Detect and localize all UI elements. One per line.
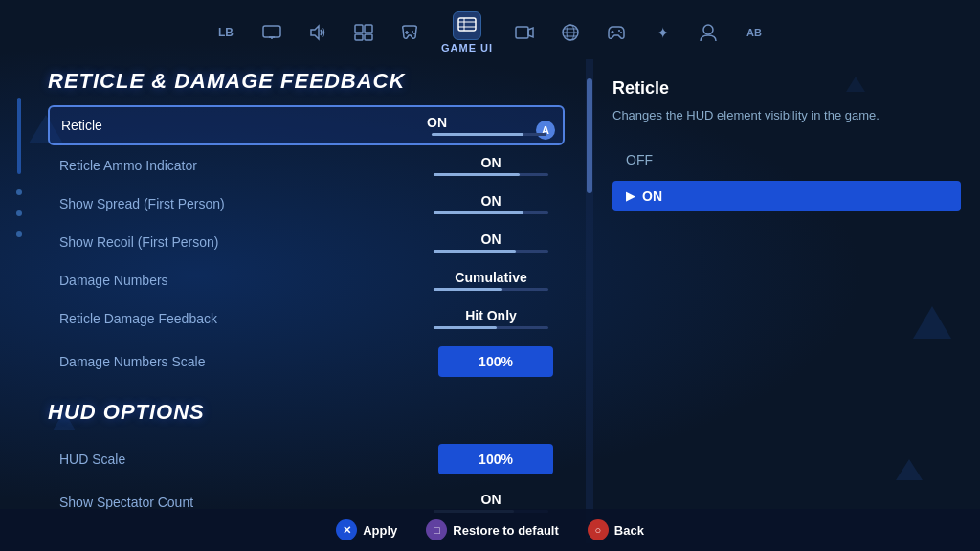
nav-icon-display[interactable] [257, 18, 286, 47]
nav-icon-account[interactable] [694, 18, 723, 47]
svg-rect-5 [365, 25, 372, 33]
nav-icon-gamepad2[interactable] [602, 18, 631, 47]
setting-value-damage-feedback: Hit Only [429, 308, 553, 329]
restore-action[interactable]: □ Restore to default [426, 519, 559, 540]
sidebar-line [17, 98, 21, 174]
setting-row-damage-feedback[interactable]: Reticle Damage Feedback Hit Only [48, 300, 565, 337]
back-button-icon[interactable]: ○ [588, 519, 609, 540]
svg-marker-3 [311, 26, 319, 39]
spread-bar-fill [434, 211, 523, 214]
nav-item-audio[interactable] [303, 18, 332, 47]
sidebar-dot-1 [16, 189, 22, 195]
setting-row-damage-scale[interactable]: Damage Numbers Scale 100% [48, 339, 565, 385]
restore-button-icon[interactable]: □ [426, 519, 447, 540]
setting-label-spread: Show Spread (First Person) [59, 196, 225, 211]
reticle-value: ON [427, 115, 447, 130]
svg-rect-6 [355, 34, 363, 40]
option-on-label: ON [642, 188, 662, 204]
svg-rect-12 [458, 18, 476, 31]
restore-label: Restore to default [453, 523, 559, 538]
nav-icon-hud[interactable] [349, 18, 378, 47]
reticle-bar [432, 133, 546, 136]
nav-item-extra[interactable]: ✦ [648, 18, 677, 47]
section2-title: HUD OPTIONS [48, 400, 565, 425]
nav-item-display[interactable] [257, 18, 286, 47]
section1-settings-list: Reticle ON A Reticle Ammo Indicator [48, 105, 565, 385]
setting-row-ammo[interactable]: Reticle Ammo Indicator ON [48, 147, 565, 184]
nav-icon-extra[interactable]: ✦ [648, 18, 677, 47]
nav-item-controller[interactable] [395, 18, 424, 47]
setting-label-hud-scale: HUD Scale [59, 452, 125, 467]
section2-settings-list: HUD Scale 100% Show Spectator Count ON [48, 436, 565, 520]
sidebar-dot-2 [16, 210, 22, 216]
svg-point-25 [618, 30, 620, 32]
setting-value-recoil: ON [429, 231, 553, 253]
damage-numbers-bar [434, 288, 548, 291]
option-on-arrow: ▶ [626, 189, 635, 203]
section1-title: RETICLE & DAMAGE FEEDBACK [48, 69, 565, 94]
svg-rect-16 [516, 27, 528, 38]
main-layout: RETICLE & DAMAGE FEEDBACK Reticle ON A [0, 59, 980, 543]
ammo-bar-fill [434, 173, 520, 176]
setting-label-damage-numbers: Damage Numbers [59, 273, 168, 288]
scroll-track[interactable] [586, 59, 593, 543]
damage-feedback-bar-fill [434, 326, 497, 329]
option-list: OFF ▶ ON [612, 144, 961, 211]
ammo-bar [434, 173, 548, 176]
setting-value-damage-numbers: Cumulative [429, 270, 553, 291]
nav-icon-ab[interactable]: AB [740, 18, 768, 47]
nav-item-game-ui[interactable]: GAME UI [441, 11, 493, 54]
spread-value: ON [481, 193, 501, 209]
option-off[interactable]: OFF [612, 144, 961, 175]
nav-item-video[interactable] [510, 18, 539, 47]
nav-item-network[interactable] [556, 18, 585, 47]
setting-row-recoil[interactable]: Show Recoil (First Person) ON [48, 224, 565, 260]
nav-icon-game-ui[interactable] [453, 11, 481, 40]
setting-label-ammo: Reticle Ammo Indicator [59, 158, 197, 173]
damage-scale-value: 100% [479, 354, 513, 369]
svg-rect-0 [263, 26, 280, 37]
setting-label-damage-feedback: Reticle Damage Feedback [59, 311, 217, 326]
info-title: Reticle [612, 78, 961, 99]
svg-point-11 [413, 33, 415, 34]
a-badge: A [536, 121, 555, 140]
info-panel: Reticle Changes the HUD element visibili… [593, 59, 980, 543]
svg-rect-7 [365, 34, 372, 40]
back-label: Back [614, 523, 644, 538]
recoil-bar-fill [434, 250, 516, 253]
setting-value-reticle: ON A [427, 115, 551, 136]
nav-icon-network[interactable] [556, 18, 585, 47]
setting-label-spectator: Show Spectator Count [59, 495, 193, 510]
svg-point-10 [412, 31, 413, 33]
setting-row-hud-scale[interactable]: HUD Scale 100% [48, 436, 565, 482]
nav-icon-controller[interactable] [395, 18, 424, 47]
option-on[interactable]: ▶ ON [612, 181, 961, 211]
scroll-track-container [584, 59, 593, 543]
nav-icon-video[interactable] [510, 18, 539, 47]
nav-icon-lb[interactable]: LB [212, 18, 240, 47]
apply-button-icon[interactable]: ✕ [336, 519, 357, 540]
reticle-bar-fill [432, 133, 523, 136]
nav-item-hud[interactable] [349, 18, 378, 47]
setting-row-spread[interactable]: Show Spread (First Person) ON [48, 186, 565, 222]
nav-item-gamepad2[interactable] [602, 18, 631, 47]
setting-label-reticle: Reticle [61, 118, 102, 133]
setting-value-ammo: ON [429, 155, 553, 176]
nav-item-ab[interactable]: AB [740, 18, 768, 47]
back-action[interactable]: ○ Back [588, 519, 644, 540]
scroll-thumb[interactable] [587, 78, 592, 193]
damage-numbers-value: Cumulative [455, 270, 526, 285]
nav-item-lb[interactable]: LB [212, 18, 240, 47]
nav-icon-audio[interactable] [303, 18, 332, 47]
nav-item-account[interactable] [694, 18, 723, 47]
setting-row-damage-numbers[interactable]: Damage Numbers Cumulative [48, 262, 565, 298]
setting-label-recoil: Show Recoil (First Person) [59, 234, 219, 250]
setting-value-damage-scale: 100% [438, 346, 553, 377]
sidebar-strip [0, 59, 38, 543]
spectator-value: ON [481, 492, 501, 507]
nav-active-label: GAME UI [441, 42, 493, 54]
svg-point-27 [703, 25, 713, 34]
settings-panel: RETICLE & DAMAGE FEEDBACK Reticle ON A [38, 59, 584, 543]
apply-action[interactable]: ✕ Apply [336, 519, 397, 540]
setting-row-reticle[interactable]: Reticle ON A [48, 105, 565, 145]
